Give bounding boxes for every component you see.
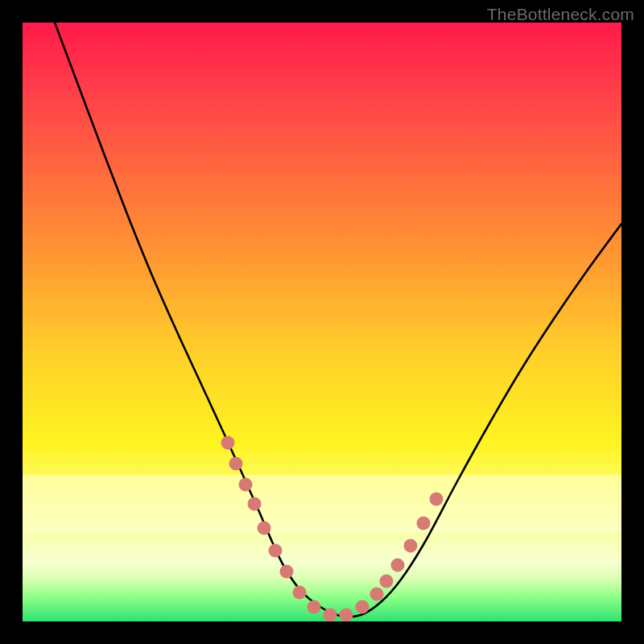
valley-marker: [380, 575, 394, 588]
chart-frame: TheBottleneck.com: [0, 0, 644, 644]
chart-svg: [23, 23, 621, 621]
valley-marker: [229, 457, 243, 471]
valley-markers: [221, 436, 444, 622]
valley-marker: [370, 588, 384, 601]
plot-area: [23, 23, 621, 621]
valley-marker: [340, 609, 353, 622]
valley-marker: [404, 539, 418, 553]
bottleneck-curve: [55, 23, 621, 617]
valley-marker: [417, 517, 431, 530]
valley-marker: [293, 586, 307, 600]
valley-marker: [239, 478, 253, 492]
valley-marker: [308, 601, 321, 614]
valley-marker: [391, 559, 405, 572]
valley-marker: [221, 436, 235, 450]
valley-marker: [248, 497, 262, 511]
valley-marker: [280, 565, 294, 579]
watermark-text: TheBottleneck.com: [487, 5, 634, 24]
valley-marker: [356, 601, 369, 614]
valley-marker: [269, 544, 283, 558]
valley-marker: [324, 609, 337, 622]
valley-marker: [258, 522, 271, 535]
valley-marker: [430, 493, 444, 506]
